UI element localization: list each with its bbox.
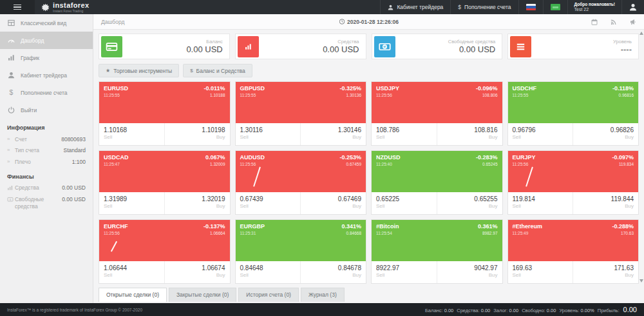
tile-header[interactable]: EURCHF11:25:56-0.137%1.06664 — [99, 220, 230, 261]
deposit-button[interactable]: $ Пополнение счета — [450, 0, 518, 14]
tile-header[interactable]: #Ethereum11:25:49-0.288%170.63 — [508, 220, 639, 261]
avatar-icon — [629, 3, 637, 11]
tile-header[interactable]: GBPUSD11:25:55-0.325%1.30136 — [236, 82, 366, 123]
stat-card: $Свободные средства0.00 USD — [372, 34, 503, 59]
footer-stat-label: Залог: — [493, 308, 507, 313]
tab-open-trades[interactable]: Открытые сделки (0) — [99, 288, 167, 302]
sidebar-item-label: Дашборд — [21, 37, 44, 44]
buy-button[interactable]: 1.10198Buy — [164, 123, 230, 145]
buy-price: 171.63 — [578, 264, 634, 272]
quotes-grid: EURUSD11:25:55-0.011%1.101881.10168Sell1… — [99, 81, 639, 284]
buy-button[interactable]: 0.96826Buy — [573, 123, 638, 145]
sell-button[interactable]: 169.63Sell — [508, 261, 573, 283]
sell-button[interactable]: 1.06644Sell — [99, 261, 164, 283]
tile-prices: 1.31989Sell1.32019Buy — [99, 192, 230, 214]
grid-icon — [7, 19, 15, 26]
sidebar-item-classic-view[interactable]: Классический вид — [0, 14, 93, 32]
buy-button[interactable]: 0.65255Buy — [437, 192, 502, 214]
tile-header[interactable]: AUDUSD11:25:56-0.253%0.67459 — [236, 151, 366, 192]
tile-header[interactable]: USDCAD11:25:470.067%1.32009 — [99, 151, 230, 192]
footer-profit-label: Прибыль: — [598, 308, 620, 313]
stat-card-label: Средства — [323, 39, 359, 44]
scrollbar-down-arrow[interactable] — [639, 279, 643, 282]
menu-toggle-button[interactable] — [0, 0, 35, 14]
sell-price: 1.31989 — [104, 195, 160, 203]
tile-usdchf: USDCHF11:25:55-0.118%0.968160.96796Sell0… — [507, 81, 639, 146]
buy-button[interactable]: 1.06674Buy — [164, 261, 230, 283]
sidebar: Классический видДашбордГрафикКабинет тре… — [0, 14, 93, 303]
stat-card-meta: Средства0.00 USD — [323, 39, 363, 55]
language-russian-button[interactable] — [518, 0, 543, 14]
sidebar-item-logout[interactable]: Выйти — [0, 101, 93, 119]
sell-button[interactable]: 0.96796Sell — [508, 123, 573, 145]
sell-button[interactable]: 0.67439Sell — [236, 192, 301, 214]
footer-profit-value: 0.00 — [623, 306, 637, 313]
tab-journal[interactable]: Журнал (3) — [301, 288, 345, 302]
footer-stat-value: 0.00% — [580, 308, 594, 313]
sidebar-item-trader-cabinet[interactable]: Кабинет трейдера — [0, 66, 93, 84]
tile-header[interactable]: USDCHF11:25:55-0.118%0.96816 — [508, 82, 639, 123]
sell-button[interactable]: 1.31989Sell — [99, 192, 164, 214]
deposit-label: Пополнение счета — [464, 4, 511, 10]
buy-button[interactable]: 1.30146Buy — [300, 123, 366, 145]
sell-button[interactable]: 1.30116Sell — [236, 123, 301, 145]
footer-stat: Залог: 0.00 — [493, 308, 518, 313]
buy-button[interactable]: 1.32019Buy — [164, 192, 230, 214]
sell-button[interactable]: 119.814Sell — [508, 192, 573, 214]
balance-funds-button[interactable]: $ Баланс и Средства — [183, 64, 252, 77]
tile-bitcoin: #Bitcoin11:25:540.361%8982.978922.97Sell… — [371, 219, 503, 284]
buy-button[interactable]: 9042.97Buy — [437, 261, 502, 283]
sidebar-item-dashboard[interactable]: Дашборд — [0, 32, 93, 49]
calendar-icon[interactable] — [591, 19, 598, 25]
brand-logo[interactable]: instaforex Instant Forex Trading — [35, 0, 96, 14]
sell-button[interactable]: 108.786Sell — [372, 123, 437, 145]
buy-button[interactable]: 0.67469Buy — [300, 192, 366, 214]
tile-header[interactable]: USDJPY11:25:56-0.096%108.806 — [372, 82, 502, 123]
tile-last-price: 108.806 — [482, 93, 498, 97]
tile-header[interactable]: #Bitcoin11:25:540.361%8982.97 — [372, 220, 502, 261]
buy-label: Buy — [305, 134, 361, 141]
sidebar-item-deposit[interactable]: $Пополнение счета — [0, 84, 93, 101]
stat-card: Баланс0.00 USD — [99, 34, 230, 59]
info-value: Standard — [64, 147, 86, 154]
user-menu-button[interactable] — [621, 0, 644, 14]
buy-button[interactable]: 119.844Buy — [573, 192, 638, 214]
sidebar-item-chart[interactable]: График — [0, 49, 93, 66]
scrollbar-up-arrow[interactable] — [639, 32, 643, 35]
trader-cabinet-button[interactable]: Кабинет трейдера — [380, 0, 450, 14]
tile-eurjpy: EURJPY11:25:56-0.097%119.834119.814Sell1… — [507, 150, 639, 215]
footer-stats: Баланс: 0.00Средства: 0.00Залог: 0.00Сво… — [425, 306, 637, 313]
buy-price: 0.84678 — [305, 264, 361, 272]
clock-icon — [339, 19, 345, 25]
tile-prices: 0.65225Sell0.65255Buy — [372, 192, 502, 214]
tile-header[interactable]: EURGBP11:25:310.341%0.84668 — [236, 220, 366, 261]
sell-button[interactable]: 0.84648Sell — [236, 261, 301, 283]
tile-time: 11:25:56 — [376, 93, 498, 97]
buy-button[interactable]: 171.63Buy — [573, 261, 638, 283]
buy-button[interactable]: 0.84678Buy — [300, 261, 366, 283]
sell-button[interactable]: 8922.97Sell — [372, 261, 437, 283]
buy-price: 9042.97 — [442, 264, 498, 272]
rss-icon[interactable] — [611, 19, 617, 25]
tile-eurusd: EURUSD11:25:55-0.011%1.101881.10168Sell1… — [99, 81, 231, 146]
footer-stat-value: 0.00 — [444, 308, 454, 313]
tile-header[interactable]: EURUSD11:25:55-0.011%1.10188 — [99, 82, 230, 123]
tab-closed-trades[interactable]: Закрытые сделки (0) — [169, 288, 236, 302]
tile-header[interactable]: NZDUSD11:25:40-0.283%0.65245 — [372, 151, 502, 192]
tile-change-percent: 0.341% — [341, 223, 361, 230]
dollar-icon: $ — [7, 89, 15, 96]
trading-instruments-button[interactable]: ★ Торговые инструменты — [99, 64, 179, 77]
buy-label: Buy — [578, 272, 634, 279]
tile-prices: 0.84648Sell0.84678Buy — [236, 261, 366, 283]
buy-label: Buy — [578, 134, 634, 141]
megaphone-icon[interactable] — [630, 19, 636, 25]
tile-header[interactable]: EURJPY11:25:56-0.097%119.834 — [508, 151, 639, 192]
buy-button[interactable]: 108.816Buy — [437, 123, 502, 145]
info-label: Счет — [15, 136, 61, 143]
sell-button[interactable]: 1.10168Sell — [99, 123, 164, 145]
deposit-card-button[interactable] — [543, 0, 567, 14]
tile-change-percent: -0.325% — [339, 85, 361, 92]
sell-button[interactable]: 0.65225Sell — [372, 192, 437, 214]
tab-account-history[interactable]: История счета (0) — [238, 288, 299, 302]
footer-stat: Средства: 0.00 — [457, 308, 490, 313]
